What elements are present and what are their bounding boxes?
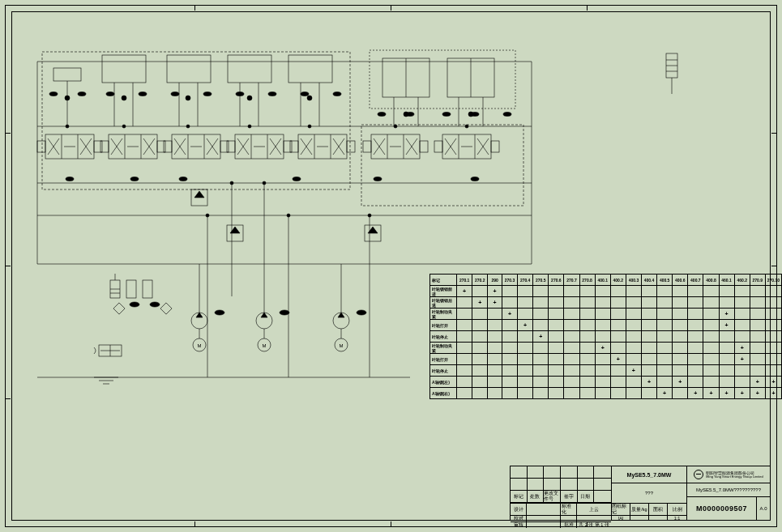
mid-grid-cell: 图纸标记: [612, 504, 630, 515]
mid-grid-cell: 1:1: [668, 515, 686, 521]
matrix-cell: [734, 365, 750, 377]
matrix-cell: [595, 309, 610, 320]
matrix-col-header: 270.7: [564, 275, 579, 286]
svg-point-71: [65, 96, 70, 100]
svg-point-75: [307, 96, 312, 100]
matrix-cell: [549, 297, 564, 309]
svg-point-123: [203, 92, 212, 96]
matrix-cell: +: [719, 388, 734, 399]
revision-grid-cell: 更改文件号: [544, 491, 561, 503]
matrix-cell: [750, 309, 765, 320]
svg-point-133: [66, 177, 74, 181]
matrix-cell: [765, 331, 781, 343]
matrix-cell: [765, 354, 781, 365]
matrix-cell: +: [626, 365, 641, 377]
matrix-cell: [765, 365, 781, 377]
matrix-cell: [488, 320, 502, 331]
matrix-cell: +: [703, 388, 719, 399]
matrix-cell: [719, 286, 734, 297]
svg-point-137: [374, 177, 382, 181]
matrix-cell: [472, 354, 488, 365]
matrix-cell: [703, 286, 719, 297]
matrix-cell: [626, 320, 641, 331]
revision-grid-cell: [511, 466, 528, 479]
matrix-cell: [472, 377, 488, 388]
matrix-col-header: 400.6: [673, 275, 688, 286]
matrix-cell: [595, 377, 610, 388]
signoff-cell: 共 2 张 第 1 张: [577, 521, 611, 528]
matrix-cell: [564, 297, 579, 309]
matrix-cell: [564, 388, 579, 399]
matrix-cell: [750, 365, 765, 377]
matrix-cell: [564, 331, 579, 343]
matrix-cell: [457, 343, 472, 354]
mid-grid-cell: [649, 515, 668, 521]
matrix-cell: [657, 286, 673, 297]
matrix-cell: [595, 297, 610, 309]
svg-point-119: [78, 92, 86, 96]
document-number: M0000009507: [687, 497, 756, 520]
matrix-col-header: 270.1: [457, 275, 472, 286]
signoff-cell: [527, 515, 561, 521]
matrix-col-header: 270.8: [579, 275, 595, 286]
svg-rect-95: [143, 280, 152, 298]
matrix-cell: [626, 286, 641, 297]
matrix-cell: [564, 354, 579, 365]
matrix-cell: [703, 309, 719, 320]
matrix-cell: [488, 354, 502, 365]
matrix-cell: [610, 343, 626, 354]
matrix-cell: [564, 343, 579, 354]
matrix-cell: [641, 286, 656, 297]
matrix-cell: +: [734, 354, 750, 365]
matrix-cell: [564, 309, 579, 320]
matrix-cell: [641, 343, 656, 354]
matrix-cell: [750, 297, 765, 309]
matrix-cell: [533, 286, 549, 297]
matrix-cell: [673, 343, 688, 354]
matrix-cell: +: [673, 377, 688, 388]
signoff-cell: [527, 521, 561, 528]
svg-point-136: [293, 177, 301, 181]
svg-point-125: [268, 92, 276, 96]
matrix-cell: [579, 343, 595, 354]
matrix-cell: [564, 365, 579, 377]
matrix-cell: [641, 309, 656, 320]
matrix-cell: +: [688, 388, 703, 399]
matrix-cell: [502, 297, 517, 309]
matrix-cell: [518, 309, 533, 320]
matrix-cell: [595, 365, 610, 377]
matrix-row-header: 叶轮停止: [430, 331, 457, 343]
matrix-cell: +: [502, 309, 517, 320]
signoff-cell: [527, 503, 561, 515]
matrix-cell: [472, 388, 488, 399]
matrix-cell: +: [719, 320, 734, 331]
drawing-subtitle: ???: [612, 483, 686, 504]
signoff-cell: 标准化: [561, 503, 577, 515]
matrix-cell: [549, 388, 564, 399]
matrix-cell: [750, 331, 765, 343]
svg-point-74: [247, 96, 252, 100]
svg-point-84: [465, 125, 468, 128]
svg-rect-54: [227, 141, 235, 152]
matrix-col-header: 270.9: [750, 275, 765, 286]
mid-grid-cell: [A]: [612, 515, 630, 521]
svg-point-131: [471, 113, 479, 117]
matrix-cell: [610, 309, 626, 320]
revision-grid-cell: 日期: [578, 491, 595, 503]
svg-point-128: [378, 113, 386, 117]
matrix-cell: [457, 297, 472, 309]
matrix-cell: [457, 354, 472, 365]
svg-point-83: [394, 125, 397, 128]
matrix-col-header: 270.2: [472, 275, 488, 286]
svg-point-80: [186, 125, 190, 128]
matrix-cell: [765, 309, 781, 320]
matrix-cell: +: [610, 354, 626, 365]
matrix-cell: [657, 309, 673, 320]
svg-rect-59: [290, 141, 298, 152]
matrix-cell: [549, 377, 564, 388]
matrix-cell: [750, 354, 765, 365]
matrix-cell: [579, 297, 595, 309]
matrix-cell: [673, 388, 688, 399]
svg-rect-40: [94, 141, 102, 152]
svg-point-140: [150, 302, 160, 307]
